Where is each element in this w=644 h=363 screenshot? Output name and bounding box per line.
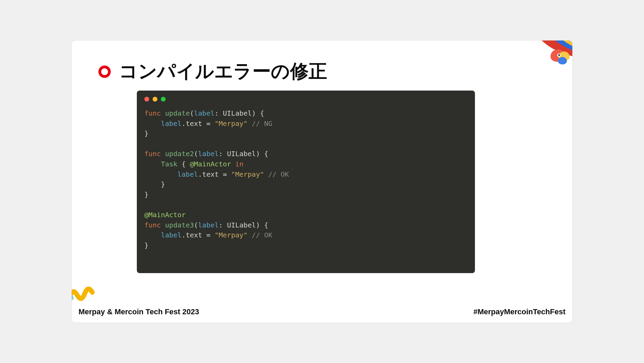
slide: コンパイルエラーの修正 func update(label: UILabel) … <box>72 40 572 323</box>
code-token: "Merpay" <box>215 119 248 128</box>
code-token: = <box>202 231 215 239</box>
code-token: "Merpay" <box>231 170 264 178</box>
code-token: func <box>144 221 161 229</box>
code-token: label <box>198 221 219 229</box>
code-token: update2 <box>165 150 194 158</box>
corner-ornament <box>528 40 572 75</box>
code-token: UILabel <box>227 221 256 229</box>
code-token: .text <box>198 170 219 178</box>
squiggle-icon <box>72 281 99 302</box>
code-token: label <box>161 119 181 128</box>
code-token: UILabel <box>227 150 256 158</box>
code-token: UILabel <box>223 109 252 117</box>
code-token: update3 <box>165 221 194 229</box>
code-token: // OK <box>264 170 289 178</box>
window-traffic-lights <box>144 97 467 102</box>
traffic-minimize-icon <box>153 97 157 102</box>
code-token: = <box>202 119 215 128</box>
code-token: // OK <box>248 231 272 239</box>
code-token: @MainActor <box>144 211 186 219</box>
code-token: label <box>198 150 219 158</box>
code-token: = <box>219 170 231 178</box>
code-token: Task <box>161 160 177 168</box>
footer-left: Merpay & Mercoin Tech Fest 2023 <box>79 307 199 316</box>
bullet-icon <box>98 66 111 78</box>
code-token: label <box>194 109 215 117</box>
code-token: label <box>177 170 198 178</box>
code-token: @MainActor <box>190 160 231 168</box>
traffic-close-icon <box>144 97 149 102</box>
code-token: in <box>235 160 243 168</box>
code-token: update <box>165 109 190 117</box>
svg-point-0 <box>72 295 74 301</box>
traffic-zoom-icon <box>161 97 166 102</box>
code-token: func <box>144 109 161 117</box>
code-block: func update(label: UILabel) { label.text… <box>144 108 467 250</box>
code-token: .text <box>181 231 202 239</box>
footer-right: #MerpayMercoinTechFest <box>473 307 565 316</box>
code-token: func <box>144 150 161 158</box>
stage: コンパイルエラーの修正 func update(label: UILabel) … <box>0 0 644 363</box>
code-token: .text <box>181 119 202 128</box>
code-token: label <box>161 231 181 239</box>
title-row: コンパイルエラーの修正 <box>98 59 327 84</box>
code-window: func update(label: UILabel) { label.text… <box>137 91 475 273</box>
code-token: // NG <box>248 119 272 128</box>
code-token: "Merpay" <box>215 231 248 239</box>
slide-title: コンパイルエラーの修正 <box>119 59 327 84</box>
